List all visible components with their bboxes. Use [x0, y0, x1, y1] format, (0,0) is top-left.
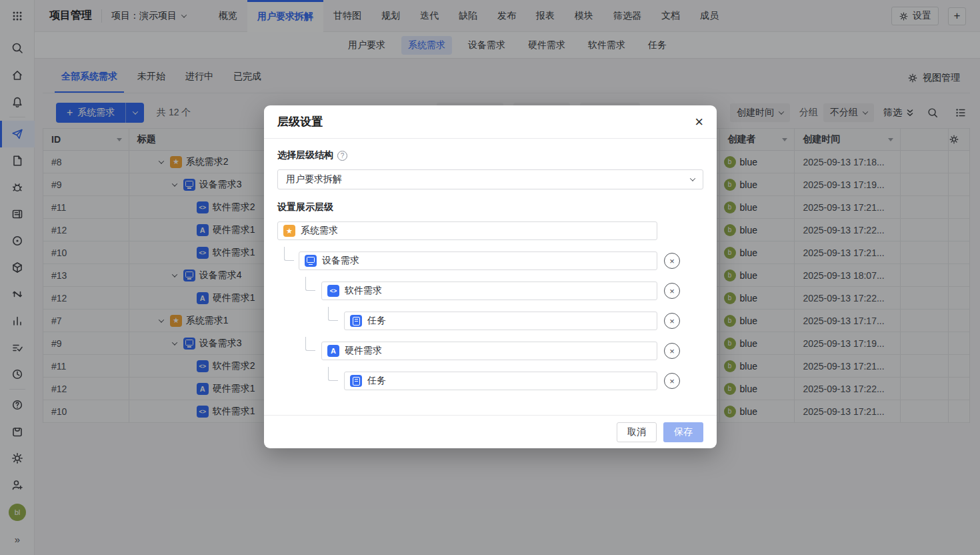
remove-level-button[interactable]: × — [664, 343, 680, 359]
system-requirement-icon — [283, 225, 295, 237]
tree-label: 软件需求 — [345, 285, 382, 297]
remove-level-button[interactable]: × — [664, 253, 680, 269]
tree-label: 任务 — [367, 375, 386, 387]
tree-input-task-2[interactable]: 任务 — [344, 372, 657, 390]
tree-label: 任务 — [367, 315, 386, 327]
tree-label: 设备需求 — [322, 255, 359, 267]
close-icon[interactable]: × — [695, 115, 703, 129]
save-button[interactable]: 保存 — [663, 422, 703, 442]
tree-input-system[interactable]: 系统需求 — [277, 221, 657, 240]
device-requirement-icon — [305, 255, 317, 267]
tree-elbow-connector — [305, 337, 315, 351]
modal-header: 层级设置 × — [264, 105, 717, 139]
tree-input-device[interactable]: 设备需求 — [299, 251, 657, 270]
remove-level-button[interactable]: × — [664, 313, 680, 329]
task-icon — [350, 375, 362, 387]
app-root: bl » 项目管理 项目：演示项目 概览 用户要求拆解 甘特图 规划 迭代 缺陷… — [0, 0, 980, 555]
structure-select[interactable]: 用户要求拆解 — [277, 169, 703, 189]
hierarchy-settings-modal: 层级设置 × 选择层级结构 ? 用户要求拆解 设置展示层级 系统需求 设备需求 … — [264, 105, 717, 448]
modal-footer: 取消 保存 — [264, 415, 717, 448]
remove-level-button[interactable]: × — [664, 283, 680, 299]
hardware-requirement-icon — [327, 345, 339, 357]
structure-label: 选择层级结构 ? — [277, 149, 347, 161]
tree-elbow-connector — [305, 277, 315, 291]
tree-elbow-connector — [328, 367, 338, 381]
tree-input-software[interactable]: 软件需求 — [321, 282, 657, 300]
software-requirement-icon — [327, 285, 339, 297]
cancel-button[interactable]: 取消 — [617, 422, 657, 442]
task-icon — [350, 315, 362, 327]
modal-title: 层级设置 — [277, 114, 323, 129]
structure-select-value: 用户要求拆解 — [286, 173, 342, 185]
remove-level-button[interactable]: × — [664, 373, 680, 389]
chevron-down-icon — [690, 175, 695, 181]
tree-input-task[interactable]: 任务 — [344, 312, 657, 330]
tree-label: 硬件需求 — [345, 345, 382, 357]
display-label-text: 设置展示层级 — [277, 201, 333, 213]
display-hierarchy-label: 设置展示层级 — [277, 201, 333, 213]
structure-label-text: 选择层级结构 — [277, 149, 333, 161]
tree-elbow-connector — [284, 247, 294, 261]
help-icon[interactable]: ? — [337, 151, 347, 161]
tree-elbow-connector — [328, 307, 338, 321]
tree-label: 系统需求 — [301, 225, 338, 237]
tree-input-hardware[interactable]: 硬件需求 — [321, 342, 657, 360]
